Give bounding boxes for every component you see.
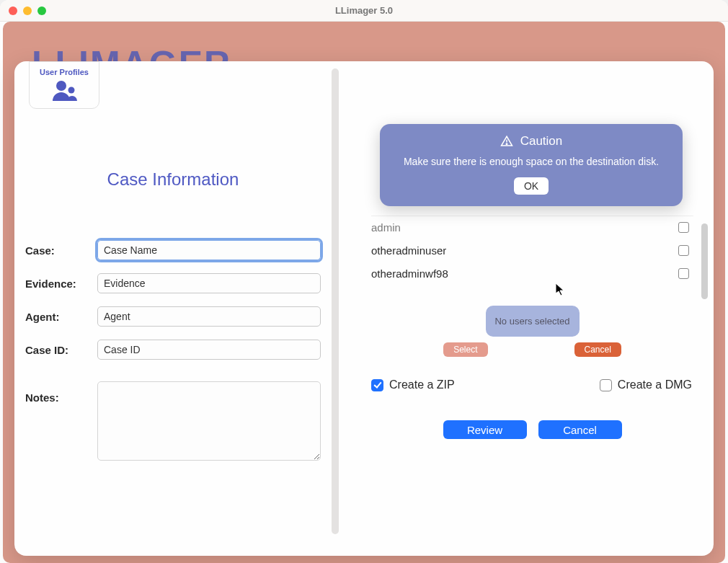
titlebar: LLimager 5.0 bbox=[0, 0, 728, 22]
cursor-icon bbox=[555, 283, 565, 297]
dmg-label: Create a DMG bbox=[618, 378, 692, 391]
user-action-row: Select Cancel bbox=[371, 342, 693, 357]
dmg-option[interactable]: Create a DMG bbox=[600, 378, 692, 391]
caution-header: Caution bbox=[397, 134, 665, 148]
select-button[interactable]: Select bbox=[443, 342, 487, 357]
scrollbar[interactable] bbox=[701, 223, 708, 299]
app-window: LLimager 5.0 LLIMAGER User Profiles Case… bbox=[0, 0, 728, 563]
caution-title: Caution bbox=[520, 134, 563, 148]
caseid-input[interactable] bbox=[97, 340, 321, 360]
evidence-row: Evidence: bbox=[25, 273, 321, 293]
user-name: admin bbox=[371, 221, 401, 234]
maximize-window-button[interactable] bbox=[37, 6, 46, 15]
evidence-label: Evidence: bbox=[25, 278, 97, 290]
user-name: otheradminuser bbox=[371, 244, 446, 257]
case-label: Case: bbox=[25, 244, 97, 257]
caution-dialog: Caution Make sure there is enough space … bbox=[380, 124, 683, 206]
caution-message: Make sure there is enough space on the d… bbox=[397, 156, 665, 167]
evidence-input[interactable] bbox=[97, 273, 321, 293]
dmg-checkbox[interactable] bbox=[600, 379, 612, 391]
caseid-label: Case ID: bbox=[25, 344, 97, 356]
notes-textarea[interactable] bbox=[97, 381, 321, 461]
user-row[interactable]: otheradminuser bbox=[371, 239, 693, 262]
window-title: LLimager 5.0 bbox=[0, 5, 728, 16]
zip-label: Create a ZIP bbox=[389, 378, 455, 391]
primary-action-row: Review Cancel bbox=[371, 420, 693, 439]
user-row[interactable]: admin bbox=[371, 216, 693, 239]
cancel-select-button[interactable]: Cancel bbox=[574, 342, 621, 357]
case-input[interactable] bbox=[97, 240, 321, 260]
user-checkbox[interactable] bbox=[678, 268, 689, 279]
user-row[interactable]: otheradminwf98 bbox=[371, 262, 693, 285]
pane-divider bbox=[332, 68, 339, 534]
no-users-selected-badge: No users selected bbox=[486, 306, 580, 337]
case-row: Case: bbox=[25, 240, 321, 260]
caution-ok-button[interactable]: OK bbox=[514, 177, 549, 195]
output-options-row: Create a ZIP Create a DMG bbox=[371, 378, 693, 391]
user-name: otheradminwf98 bbox=[371, 267, 448, 280]
agent-label: Agent: bbox=[25, 311, 97, 323]
notes-row: Notes: bbox=[25, 381, 321, 461]
close-window-button[interactable] bbox=[9, 6, 17, 15]
svg-point-3 bbox=[506, 143, 507, 145]
traffic-lights bbox=[9, 6, 46, 15]
minimize-window-button[interactable] bbox=[23, 6, 32, 15]
user-checkbox[interactable] bbox=[678, 222, 689, 233]
case-info-title: Case Information bbox=[25, 169, 321, 190]
cancel-button[interactable]: Cancel bbox=[538, 420, 622, 439]
review-button[interactable]: Review bbox=[443, 420, 527, 439]
caseid-row: Case ID: bbox=[25, 340, 321, 360]
case-information-pane: Case Information Case: Evidence: Agent: … bbox=[14, 61, 332, 556]
notes-label: Notes: bbox=[25, 381, 97, 404]
agent-input[interactable] bbox=[97, 306, 321, 327]
agent-row: Agent: bbox=[25, 306, 321, 327]
warning-icon bbox=[500, 135, 513, 148]
zip-checkbox[interactable] bbox=[371, 379, 383, 391]
user-list: admin otheradminuser otheradminwf98 bbox=[371, 216, 693, 285]
user-checkbox[interactable] bbox=[678, 245, 689, 256]
zip-option[interactable]: Create a ZIP bbox=[371, 378, 455, 391]
